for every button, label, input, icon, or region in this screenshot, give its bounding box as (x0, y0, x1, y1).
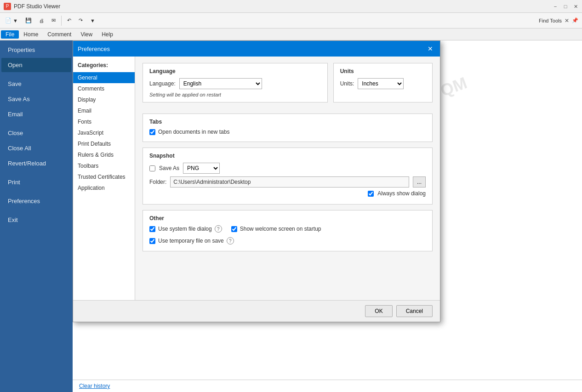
temp-file-row: Use temporary file on save ? (149, 237, 426, 244)
language-form-row: Language: English French German Spanish … (149, 78, 321, 89)
menu-home[interactable]: Home (19, 30, 43, 39)
sidebar-item-exit[interactable]: Exit (1, 213, 71, 227)
print-button[interactable]: 🖨 (36, 15, 47, 27)
temp-file-label[interactable]: Use temporary file on save (158, 238, 224, 244)
categories-label: Categories: (73, 60, 135, 72)
main-layout: Properties Open Save Save As Email Close… (0, 40, 582, 392)
system-file-dialog-row: Use system file dialog ? (149, 225, 222, 233)
redo-button[interactable]: ↷ (75, 15, 86, 27)
category-rulers-grids[interactable]: Rulers & Grids (73, 149, 135, 160)
ok-button[interactable]: OK (365, 305, 392, 317)
temp-file-checkbox[interactable] (149, 238, 155, 244)
dialog-sidebar: Categories: General Comments Display Ema… (73, 57, 135, 300)
system-file-dialog-checkbox[interactable] (149, 226, 155, 232)
category-comments[interactable]: Comments (73, 83, 135, 94)
dialog-close-button[interactable]: ✕ (425, 44, 435, 54)
email-button[interactable]: ✉ (48, 15, 59, 27)
language-select[interactable]: English French German Spanish Italian (179, 78, 262, 89)
close-button[interactable]: ✕ (571, 2, 580, 11)
sidebar-item-open[interactable]: Open (1, 58, 71, 72)
window-controls: − □ ✕ (551, 2, 580, 11)
category-display[interactable]: Display (73, 94, 135, 105)
menu-file[interactable]: File (1, 30, 19, 39)
open-in-new-tabs-checkbox[interactable] (149, 129, 155, 135)
undo-button[interactable]: ↶ (64, 15, 74, 27)
category-fonts[interactable]: Fonts (73, 116, 135, 127)
category-email[interactable]: Email (73, 105, 135, 116)
snapshot-folder-row: Folder: ... (149, 176, 426, 187)
tabs-section-title: Tabs (149, 119, 426, 125)
category-application[interactable]: Application (73, 182, 135, 193)
dropdown-arrow: ▼ (13, 18, 18, 23)
category-general[interactable]: General (73, 72, 135, 83)
print-icon: 🖨 (39, 18, 44, 23)
menu-help[interactable]: Help (97, 30, 118, 39)
open-in-new-tabs-row: Open documents in new tabs (149, 129, 426, 135)
dialog-titlebar: Preferences ✕ (73, 41, 440, 57)
units-select[interactable]: Inches Centimeters Millimeters Points (358, 78, 404, 89)
minimize-button[interactable]: − (551, 2, 560, 11)
language-section: Language Language: English French German… (143, 63, 328, 102)
sidebar-item-close[interactable]: Close (1, 126, 71, 140)
menu-comment[interactable]: Comment (43, 30, 76, 39)
app-title: PDF Studio Viewer (14, 3, 578, 10)
units-label: Units: (340, 80, 354, 87)
snapshot-saveas-checkbox[interactable] (149, 165, 155, 171)
dialog-body: Categories: General Comments Display Ema… (73, 57, 440, 300)
open-in-new-tabs-label[interactable]: Open documents in new tabs (158, 129, 229, 135)
welcome-screen-checkbox[interactable] (231, 226, 237, 232)
sidebar-divider-1 (0, 73, 73, 76)
system-file-dialog-label[interactable]: Use system file dialog (158, 226, 212, 232)
find-tools-label: Find Tools (539, 18, 562, 23)
dropdown-icon: ▼ (90, 18, 95, 23)
sidebar-item-saveas[interactable]: Save As (1, 92, 71, 106)
new-button[interactable]: 📄▼ (2, 15, 21, 27)
other-row-1: Use system file dialog ? Show welcome sc… (149, 225, 426, 234)
save-button[interactable]: 💾 (22, 15, 35, 27)
system-file-dialog-help-icon[interactable]: ? (215, 225, 222, 233)
other-section-title: Other (149, 215, 426, 222)
redo-icon: ↷ (79, 17, 83, 23)
sidebar-divider-5 (0, 209, 73, 212)
email-icon: ✉ (51, 17, 56, 23)
browse-button[interactable]: ... (413, 176, 426, 187)
sidebar-divider-3 (0, 171, 73, 175)
language-section-title: Language (149, 68, 321, 74)
category-print-defaults[interactable]: Print Defaults (73, 138, 135, 149)
category-javascript[interactable]: JavaScript (73, 127, 135, 138)
snapshot-saveas-row: Save As PNG JPEG BMP TIFF (149, 163, 426, 174)
units-section: Units Units: Inches Centimeters Millimet… (333, 63, 433, 102)
always-show-dialog-checkbox[interactable] (368, 191, 374, 197)
snapshot-format-select[interactable]: PNG JPEG BMP TIFF (183, 163, 220, 174)
temp-file-help-icon[interactable]: ? (227, 237, 234, 244)
language-label: Language: (149, 80, 176, 87)
snapshot-section: Snapshot Save As PNG JPEG BMP TIFF (143, 148, 433, 205)
sidebar-divider-2 (0, 122, 73, 125)
always-show-dialog-label[interactable]: Always show dialog (377, 190, 426, 197)
folder-input[interactable] (170, 176, 409, 187)
category-trusted-certs[interactable]: Trusted Certificates (73, 171, 135, 182)
find-tools-close[interactable]: ✕ (565, 17, 569, 24)
snapshot-always-show-row: Always show dialog (149, 190, 426, 197)
sidebar-item-email[interactable]: Email (1, 107, 71, 121)
sidebar-item-properties[interactable]: Properties (1, 43, 71, 57)
snapshot-saveas-label[interactable]: Save As (159, 165, 179, 171)
dialog-main-content: Language Language: English French German… (135, 57, 440, 300)
sidebar-item-preferences[interactable]: Preferences (1, 194, 71, 208)
sidebar-item-print[interactable]: Print (1, 175, 71, 189)
preferences-dialog: Preferences ✕ Categories: General Commen… (73, 40, 440, 322)
history-dropdown-button[interactable]: ▼ (87, 15, 98, 27)
maximize-button[interactable]: □ (561, 2, 570, 11)
cancel-button[interactable]: Cancel (396, 305, 433, 317)
app-icon: P (4, 3, 11, 10)
category-toolbars[interactable]: Toolbars (73, 160, 135, 171)
sidebar-item-revert[interactable]: Revert/Reload (1, 156, 71, 170)
save-icon: 💾 (25, 17, 32, 23)
dialog-overlay: Preferences ✕ Categories: General Commen… (73, 40, 582, 392)
separator-1 (61, 16, 62, 26)
sidebar-item-save[interactable]: Save (1, 77, 71, 91)
language-note: Setting will be applied on restart (149, 92, 321, 97)
menu-view[interactable]: View (76, 30, 97, 39)
welcome-screen-label[interactable]: Show welcome screen on startup (240, 226, 321, 232)
sidebar-item-closeall[interactable]: Close All (1, 141, 71, 155)
